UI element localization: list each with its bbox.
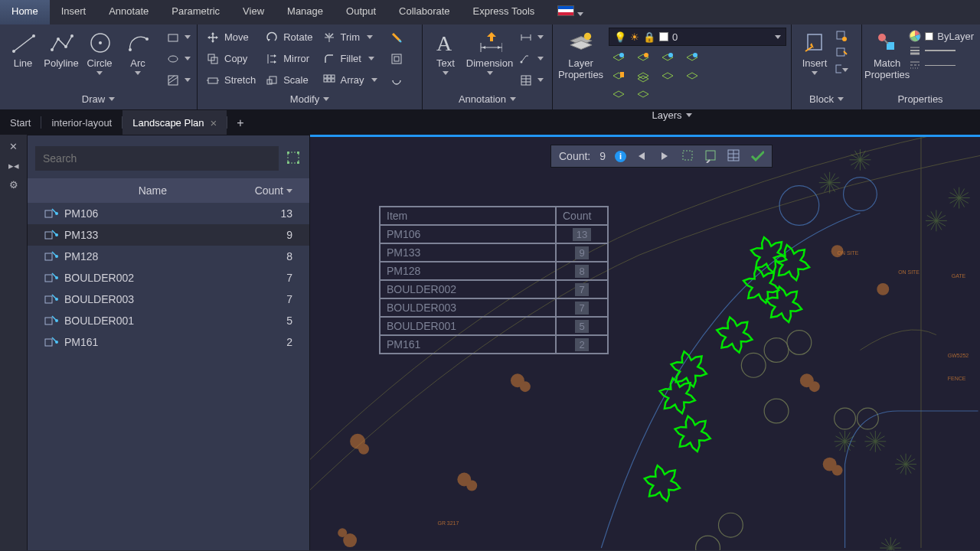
count-row[interactable]: PM1339 xyxy=(28,224,309,246)
layer-tool-icon[interactable] xyxy=(612,89,626,103)
trim-button[interactable]: Trim xyxy=(318,28,381,47)
match-properties-button[interactable]: Match Properties xyxy=(867,28,907,84)
count-row[interactable]: BOULDER0037 xyxy=(28,289,309,310)
caret-icon[interactable] xyxy=(510,97,516,101)
modify-tool-icon[interactable] xyxy=(386,49,407,68)
draw-tool-icon[interactable] xyxy=(162,49,194,68)
fillet-button[interactable]: Fillet xyxy=(318,49,381,68)
svg-point-74 xyxy=(55,276,58,279)
gear-icon[interactable]: ⚙ xyxy=(9,179,18,191)
svg-rect-63 xyxy=(287,152,289,154)
menu-tab-parametric[interactable]: Parametric xyxy=(160,0,231,24)
file-tab[interactable]: Start xyxy=(0,110,41,135)
layer-tool-icon[interactable] xyxy=(636,70,650,84)
zoom-extents-icon[interactable] xyxy=(704,149,718,163)
selection-icon[interactable] xyxy=(286,151,302,166)
color-selector[interactable]: ByLayer xyxy=(909,30,974,42)
rotate-button[interactable]: Rotate xyxy=(261,28,316,47)
annotation-tool-icon[interactable] xyxy=(515,49,547,68)
menu-tab-output[interactable]: Output xyxy=(335,0,387,24)
annotation-tool-icon[interactable] xyxy=(515,70,547,90)
count-row[interactable]: BOULDER0027 xyxy=(28,267,309,289)
layer-tool-icon[interactable] xyxy=(636,52,650,66)
array-button[interactable]: Array xyxy=(318,70,381,90)
close-panel-icon[interactable]: ✕ xyxy=(9,141,18,152)
svg-text:GATE: GATE xyxy=(952,273,966,279)
layer-tool-icon[interactable] xyxy=(612,70,626,84)
stretch-button[interactable]: Stretch xyxy=(202,70,260,90)
copy-button[interactable]: Copy xyxy=(202,49,260,68)
add-tab-button[interactable]: + xyxy=(227,110,253,135)
caret-icon[interactable] xyxy=(109,97,115,101)
svg-text:GW5252: GW5252 xyxy=(948,353,969,358)
menu-tab-annotate[interactable]: Annotate xyxy=(97,0,160,24)
menu-tab-express-tools[interactable]: Express Tools xyxy=(462,0,547,24)
draw-tool-icon[interactable] xyxy=(162,28,194,47)
file-tab[interactable]: Landscape Plan× xyxy=(122,110,227,135)
menu-tab-view[interactable]: View xyxy=(231,0,276,24)
layer-dropdown[interactable]: 💡☀🔒 0 xyxy=(609,28,786,46)
layer-tool-icon[interactable] xyxy=(661,52,675,66)
text-button[interactable]: AText xyxy=(427,28,464,78)
draw-tool-icon[interactable] xyxy=(162,70,194,90)
block-tool-icon[interactable] xyxy=(835,29,848,43)
circle-button[interactable]: Circle xyxy=(81,28,118,78)
block-tool-icon[interactable] xyxy=(835,63,848,77)
next-icon[interactable] xyxy=(658,149,672,163)
insert-table-icon[interactable] xyxy=(727,149,741,163)
modify-tool-icon[interactable] xyxy=(386,28,407,47)
menu-tab-home[interactable]: Home xyxy=(0,0,50,24)
menu-tab-manage[interactable]: Manage xyxy=(276,0,335,24)
collapse-icon[interactable]: ▸◂ xyxy=(8,160,19,171)
layer-tool-icon[interactable] xyxy=(661,70,675,84)
count-row[interactable]: PM1288 xyxy=(28,246,309,267)
file-tab[interactable]: interior-layout xyxy=(41,110,122,135)
dimension-button[interactable]: Dimension xyxy=(466,28,514,78)
insert-block-button[interactable]: Insert xyxy=(796,28,833,78)
menu-tab-collaborate[interactable]: Collaborate xyxy=(387,0,462,24)
layer-tool-icon[interactable] xyxy=(685,70,699,84)
lineweight-selector[interactable] xyxy=(909,44,974,57)
polyline-button[interactable]: Polyline xyxy=(43,28,80,73)
caret-icon[interactable] xyxy=(838,97,844,101)
svg-rect-75 xyxy=(45,296,52,303)
search-input[interactable] xyxy=(35,146,279,171)
count-row[interactable]: PM1612 xyxy=(28,331,309,353)
layer-properties-button[interactable]: Layer Properties xyxy=(557,28,604,84)
svg-rect-26 xyxy=(332,79,335,82)
mirror-button[interactable]: Mirror xyxy=(261,49,316,68)
annotation-tool-icon[interactable] xyxy=(515,28,547,47)
col-count[interactable]: Count xyxy=(255,184,292,197)
select-all-icon[interactable] xyxy=(681,149,695,163)
info-icon[interactable]: i xyxy=(615,151,626,162)
sort-desc-icon xyxy=(286,189,292,193)
block-tool-icon[interactable] xyxy=(835,46,848,60)
count-row[interactable]: PM10613 xyxy=(28,203,309,224)
scale-button[interactable]: Scale xyxy=(261,70,316,90)
col-name[interactable]: Name xyxy=(51,184,255,197)
line-button[interactable]: Line xyxy=(5,28,41,73)
layer-tool-icon[interactable] xyxy=(636,89,650,103)
flag-dropdown[interactable] xyxy=(546,0,595,24)
prev-icon[interactable] xyxy=(635,149,649,163)
move-button[interactable]: Move xyxy=(202,28,260,47)
linetype-selector[interactable] xyxy=(909,59,974,71)
caret-icon[interactable] xyxy=(686,113,692,117)
layer-tool-icon[interactable] xyxy=(612,52,626,66)
close-tab-icon[interactable]: × xyxy=(210,116,217,129)
caret-icon[interactable] xyxy=(323,97,329,101)
drawing-canvas[interactable]: ON SITE ON SITE GATE GW5252 FENCE GR 321… xyxy=(310,135,980,550)
count-row[interactable]: BOULDER0015 xyxy=(28,310,309,331)
panel-title-layers: Layers xyxy=(652,109,681,121)
svg-point-88 xyxy=(358,444,369,455)
svg-point-43 xyxy=(644,53,648,57)
svg-text:ON SITE: ON SITE xyxy=(838,250,859,256)
confirm-icon[interactable] xyxy=(750,149,764,163)
layer-tool-icon[interactable] xyxy=(685,52,699,66)
svg-rect-50 xyxy=(837,48,844,56)
svg-point-10 xyxy=(145,37,149,41)
svg-rect-28 xyxy=(394,57,399,61)
arc-button[interactable]: Arc xyxy=(119,28,156,78)
modify-tool-icon[interactable] xyxy=(386,70,407,90)
menu-tab-insert[interactable]: Insert xyxy=(50,0,98,24)
